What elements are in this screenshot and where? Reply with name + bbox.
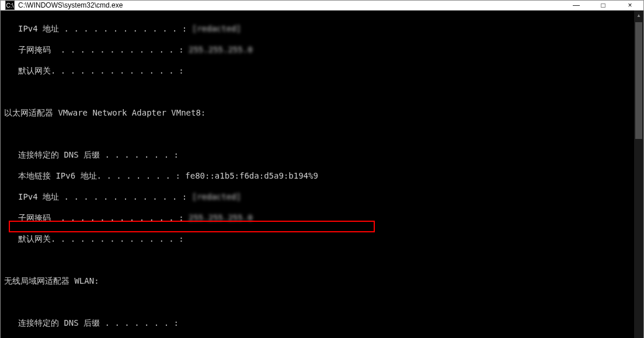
redacted-value: [redacted] — [192, 24, 241, 33]
cmd-window: C:\ C:\WINDOWS\system32\cmd.exe — □ × IP… — [0, 0, 644, 338]
redacted-value: 255.255.255.0 — [189, 45, 253, 54]
adapter-header: 无线局域网适配器 WLAN: — [4, 276, 634, 286]
terminal-area: IPv4 地址 . . . . . . . . . . . . : [redac… — [1, 11, 643, 338]
output-line: 子网掩码 . . . . . . . . . . . . : 255.255.2… — [4, 44, 634, 55]
window-title: C:\WINDOWS\system32\cmd.exe — [18, 1, 563, 9]
minimize-button[interactable]: — — [563, 1, 590, 10]
titlebar[interactable]: C:\ C:\WINDOWS\system32\cmd.exe — □ × — [1, 1, 643, 11]
output-line — [4, 128, 634, 139]
window-controls: — □ × — [563, 1, 643, 10]
terminal-output[interactable]: IPv4 地址 . . . . . . . . . . . . : [redac… — [1, 11, 634, 338]
redacted-value: [redacted] — [192, 192, 241, 201]
adapter-header: 以太网适配器 VMware Network Adapter VMnet8: — [4, 107, 634, 118]
output-line — [4, 297, 634, 307]
output-line: IPv4 地址 . . . . . . . . . . . . : [redac… — [4, 191, 634, 202]
redacted-value: 255.255.255.0 — [189, 213, 253, 222]
output-line — [4, 86, 634, 97]
maximize-button[interactable]: □ — [590, 1, 617, 10]
cmd-icon: C:\ — [5, 1, 15, 10]
output-line: IPv4 地址 . . . . . . . . . . . . : [redac… — [4, 23, 634, 34]
output-line: 默认网关. . . . . . . . . . . . . : — [4, 234, 634, 244]
output-line: 本地链接 IPv6 地址. . . . . . . . : fe80::a1b5… — [4, 170, 634, 181]
output-line: 连接特定的 DNS 后缀 . . . . . . . : — [4, 149, 634, 160]
output-line: 子网掩码 . . . . . . . . . . . . : 255.255.2… — [4, 212, 634, 223]
output-line: 连接特定的 DNS 后缀 . . . . . . . : — [4, 318, 634, 328]
scroll-up-icon[interactable]: ▲ — [634, 11, 643, 20]
output-line — [4, 255, 634, 265]
close-button[interactable]: × — [617, 1, 643, 10]
output-line: 默认网关. . . . . . . . . . . . . : — [4, 65, 634, 76]
vertical-scrollbar[interactable]: ▲ ▼ — [634, 11, 643, 338]
scrollbar-thumb[interactable] — [635, 22, 642, 139]
